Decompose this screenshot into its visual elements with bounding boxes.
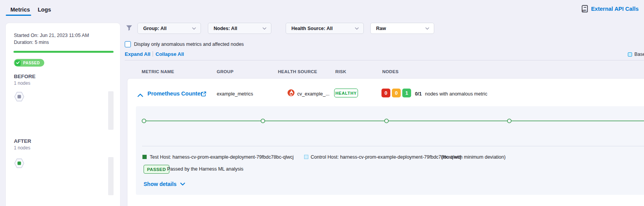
links-divider: | (152, 50, 154, 57)
before-node-hexagon[interactable] (14, 91, 24, 102)
control-host-note: (Host with minimum deviation) (441, 154, 505, 160)
baseline-legend-chip[interactable]: Base (628, 52, 644, 57)
status-badge-label: PASSED (23, 61, 40, 65)
duration-text: Duration: 5 mins (14, 40, 49, 45)
group-filter-dropdown[interactable]: Group: All (137, 23, 201, 34)
after-node-count: 1 nodes (14, 145, 30, 151)
tab-metrics[interactable]: Metrics (10, 7, 30, 13)
ml-verdict-badge: PASSED (144, 165, 169, 174)
healthy-node-count-box: 1 (402, 89, 411, 97)
verification-metrics-page: Metrics Logs API External API Calls Star… (0, 0, 644, 206)
api-document-icon: API (582, 5, 588, 13)
tab-logs[interactable]: Logs (38, 7, 51, 13)
group-filter-value: Group: All (143, 26, 167, 31)
external-link-icon[interactable] (201, 91, 206, 98)
health-source-filter-value: Health Source: All (291, 26, 333, 31)
started-on-text: Started On: Jun 21, 2023 11:05 AM (14, 33, 89, 38)
health-source-filter-dropdown[interactable]: Health Source: All (286, 23, 364, 34)
expand-all-link[interactable]: Expand All (125, 51, 151, 57)
anomalous-nodes-summary: nodes with anomalous metric (425, 91, 487, 97)
metric-row-card: Prometheus Counter example_metrics cv_ex… (127, 78, 644, 206)
show-details-label: Show details (144, 181, 177, 187)
collapse-row-chevron-up-icon[interactable] (137, 92, 143, 99)
test-host-legend-swatch (142, 155, 147, 159)
risk-status-label: HEALTHY (335, 91, 356, 95)
chevron-down-icon (192, 27, 196, 30)
before-nodes-scrollbar[interactable] (108, 91, 114, 130)
anomalous-only-checkbox[interactable] (125, 41, 131, 47)
column-header-nodes: NODES (382, 69, 398, 74)
risk-status-badge: HEALTHY (334, 89, 358, 97)
timeseries-chart (136, 106, 644, 145)
after-section-title: AFTER (14, 138, 31, 144)
before-section-title: BEFORE (14, 74, 35, 79)
external-api-calls-label: External API Calls (591, 6, 639, 12)
test-host-legend-label[interactable]: Test Host: harness-cv-prom-example-deplo… (150, 154, 294, 160)
after-nodes-scrollbar[interactable] (108, 157, 114, 195)
anomalous-nodes-ratio: 0/1 (415, 91, 422, 97)
chevron-down-icon (355, 27, 359, 30)
svg-text:API: API (582, 9, 587, 12)
column-header-group: GROUP (217, 69, 234, 74)
data-type-value: Raw (376, 26, 386, 31)
filter-funnel-icon (126, 25, 132, 33)
nodes-filter-value: Nodes: All (214, 26, 237, 31)
chevron-down-icon (425, 27, 429, 30)
chevron-down-icon (263, 27, 266, 30)
metric-name-link[interactable]: Prometheus Counter (147, 90, 202, 97)
metric-analysis-panel: Test Host: harness-cv-prom-example-deplo… (136, 106, 644, 195)
column-header-risk: RISK (335, 69, 346, 74)
nodes-filter-dropdown[interactable]: Nodes: All (208, 23, 271, 34)
ml-verdict-badge-label: PASSED (147, 167, 166, 172)
collapse-all-link[interactable]: Collapse All (156, 51, 184, 57)
column-header-metric-name: METRIC NAME (142, 69, 174, 74)
risky-node-count-box: 0 (381, 89, 390, 97)
header-separator (125, 60, 644, 60)
health-source-cell: cv_example_... (297, 91, 330, 97)
baseline-legend-swatch (628, 52, 632, 57)
warning-node-count-box: 0 (392, 89, 401, 97)
before-node-count: 1 nodes (14, 80, 30, 86)
check-icon (15, 60, 21, 66)
anomalous-only-checkbox-label: Display only anomalous metrics and affec… (134, 42, 244, 47)
verification-status-badge: PASSED (14, 59, 44, 67)
chart-x-axis-line (142, 146, 644, 146)
column-header-health-source: HEALTH SOURCE (278, 69, 317, 74)
verification-summary-panel: Started On: Jun 21, 2023 11:05 AM Durati… (6, 23, 120, 206)
group-cell: example_metrics (217, 91, 253, 97)
external-api-calls-link[interactable]: API External API Calls (582, 5, 639, 13)
after-node-hexagon[interactable] (14, 158, 24, 169)
prometheus-icon (288, 89, 294, 98)
data-type-dropdown[interactable]: Raw (370, 23, 434, 34)
control-host-legend-label[interactable]: Control Host: harness-cv-prom-example-de… (311, 154, 461, 160)
show-details-link[interactable]: Show details (144, 181, 185, 187)
verification-progress-bar (13, 51, 114, 53)
baseline-legend-label: Base (634, 52, 644, 57)
control-host-legend-swatch (304, 155, 308, 159)
ml-verdict-text: Passed by the Harness ML analysis (167, 166, 243, 172)
active-tab-underline (6, 15, 31, 16)
chevron-down-icon (180, 183, 185, 186)
